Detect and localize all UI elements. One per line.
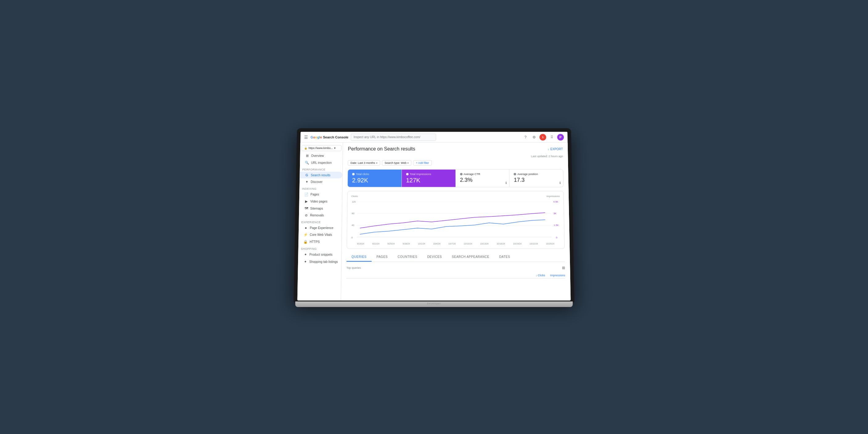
clicks-dot [352, 173, 354, 176]
avatar[interactable]: P [557, 134, 564, 140]
chart-x-labels: 9/19/24 9/22/24 9/25/24 9/28/24 10/1/24 … [351, 243, 561, 245]
sidebar-section-shopping: Shopping [299, 246, 342, 251]
sidebar-item-removals[interactable]: ⊘ Removals [299, 212, 342, 219]
sidebar-label-https: HTTPS [309, 240, 320, 244]
x-label-1: 9/22/24 [372, 243, 379, 245]
x-label-10: 10/19/24 [513, 243, 521, 245]
sidebar-section-experience: Experience [299, 219, 342, 224]
col-clicks-label: Clicks [537, 274, 545, 277]
x-label-4: 10/1/24 [418, 243, 425, 245]
sidebar-item-https[interactable]: 🔒 HTTPS [299, 238, 342, 245]
svg-text:120: 120 [352, 200, 356, 203]
col-clicks-arrow: ↓ [536, 274, 537, 277]
position-label: Average position [514, 173, 559, 176]
url-inspect-input[interactable] [351, 133, 436, 141]
date-filter-label: Date: Last 3 months [350, 161, 375, 164]
tab-search-appearance[interactable]: SEARCH APPEARANCE [447, 253, 494, 262]
sidebar-label-page-experience: Page Experience [310, 226, 333, 230]
discover-icon: ✦ [305, 180, 309, 184]
table-header-row: Top queries ⊞ [346, 265, 565, 271]
add-filter-label: + Add filter [416, 161, 429, 164]
sidebar-label-discover: Discover [311, 180, 323, 184]
clicks-value: 2.92K [352, 177, 397, 184]
metric-average-position[interactable]: Average position 17.3 ℹ [509, 169, 563, 187]
x-label-11: 10/22/24 [530, 243, 538, 245]
sidebar-item-page-experience[interactable]: ● Page Experience [299, 224, 342, 231]
sidebar-item-video-pages[interactable]: ▶ Video pages [299, 198, 342, 205]
position-dot [514, 173, 516, 176]
tab-pages[interactable]: PAGES [371, 253, 393, 262]
x-label-3: 9/28/24 [403, 243, 410, 245]
svg-text:0: 0 [556, 236, 558, 239]
tab-countries[interactable]: COUNTRIES [393, 253, 422, 262]
x-label-7: 10/10/24 [464, 243, 472, 245]
col-header-clicks[interactable]: ↓ Clicks [536, 274, 545, 277]
apps-icon[interactable]: ⠿ [549, 134, 555, 140]
tab-devices[interactable]: DEVICES [422, 253, 447, 262]
property-selector[interactable]: 🔒 https://www.kimbo... ▾ [302, 145, 342, 151]
sidebar-item-discover[interactable]: ✦ Discover [300, 179, 342, 186]
content-area: 🔒 https://www.kimbo... ▾ ⊞ Overview 🔍 UR… [298, 143, 571, 301]
svg-text:40: 40 [351, 224, 354, 226]
shopping-tab-icon: ✦ [303, 260, 307, 264]
tab-queries[interactable]: QUERIES [346, 253, 371, 262]
url-inspect-icon: 🔍 [305, 161, 309, 165]
impressions-dot [406, 173, 408, 176]
overview-icon: ⊞ [305, 154, 309, 158]
col-impressions-label: Impressions [550, 274, 565, 277]
sitemaps-icon: 🗺 [304, 207, 308, 210]
search-type-label: Search type: Web [385, 161, 407, 164]
ctr-label: Average CTR [460, 173, 505, 176]
date-filter-arrow: ▾ [376, 161, 377, 164]
help-icon[interactable]: ? [523, 134, 529, 140]
sidebar-label-removals: Removals [310, 214, 324, 217]
metric-total-impressions[interactable]: Total Impressions 127K [402, 169, 456, 187]
sidebar-label-shopping-tab: Shopping tab listings [309, 260, 338, 264]
metric-average-ctr[interactable]: Average CTR 2.3% ℹ [456, 169, 509, 187]
laptop-base [295, 302, 573, 307]
topbar-icons: ? ⚙ 1 ⠿ P [523, 134, 564, 140]
sidebar-item-core-web-vitals[interactable]: ⚡ Core Web Vitals [299, 231, 342, 238]
x-label-12: 10/25/24 [546, 243, 554, 245]
menu-icon[interactable]: ☰ [304, 135, 308, 140]
main-content: Performance on Search results ↓ EXPORT L… [341, 143, 570, 301]
sidebar-item-pages[interactable]: 📄 Pages [299, 191, 342, 198]
impressions-value: 127K [406, 177, 451, 184]
ctr-dot [460, 173, 462, 176]
notification-badge[interactable]: 1 [539, 134, 546, 140]
settings-icon[interactable]: ⚙ [531, 134, 537, 140]
add-filter-button[interactable]: + Add filter [413, 160, 432, 166]
sidebar: 🔒 https://www.kimbo... ▾ ⊞ Overview 🔍 UR… [298, 143, 343, 301]
sidebar-item-sitemaps[interactable]: 🗺 Sitemaps [299, 205, 342, 212]
sidebar-item-overview[interactable]: ⊞ Overview [300, 152, 342, 159]
filter-bar: Date: Last 3 months ▾ Search type: Web ▾… [348, 160, 563, 166]
sidebar-item-url-inspection[interactable]: 🔍 URL inspection [300, 159, 342, 166]
col-header-impressions[interactable]: Impressions [550, 274, 565, 277]
sidebar-label-video-pages: Video pages [310, 200, 328, 203]
clicks-label: Total clicks [352, 173, 397, 176]
date-filter[interactable]: Date: Last 3 months ▾ [348, 160, 380, 166]
search-type-filter[interactable]: Search type: Web ▾ [382, 160, 411, 166]
product-snippets-icon: ✦ [303, 253, 307, 257]
export-label: EXPORT [550, 147, 563, 151]
sidebar-label-core-web-vitals: Core Web Vitals [310, 233, 332, 237]
x-label-0: 9/19/24 [357, 243, 364, 245]
metrics-row: Total clicks 2.92K Total Impressions 127… [347, 169, 563, 187]
sidebar-section-indexing: Indexing [299, 186, 342, 191]
sidebar-item-product-snippets[interactable]: ✦ Product snippets [298, 251, 341, 258]
property-url: https://www.kimbo... [309, 147, 333, 150]
sidebar-item-search-results[interactable]: G Search results [300, 172, 342, 179]
search-type-arrow: ▾ [407, 161, 409, 164]
export-button[interactable]: ↓ EXPORT [548, 147, 563, 151]
svg-text:4.5K: 4.5K [553, 200, 559, 203]
page-title: Performance on Search results [348, 147, 415, 152]
tab-dates[interactable]: DATES [494, 253, 515, 262]
sidebar-section-performance: Performance [300, 166, 342, 172]
metric-total-clicks[interactable]: Total clicks 2.92K [348, 169, 402, 187]
gsc-app: ☰ Google Search Console ? ⚙ 1 ⠿ P [298, 132, 571, 301]
x-label-9: 10/16/24 [497, 243, 505, 245]
table-filter-icon[interactable]: ⊞ [562, 266, 565, 270]
x-label-5: 10/4/24 [433, 243, 440, 245]
search-results-icon: G [305, 173, 309, 177]
sidebar-item-shopping-tab[interactable]: ✦ Shopping tab listings [298, 258, 341, 266]
